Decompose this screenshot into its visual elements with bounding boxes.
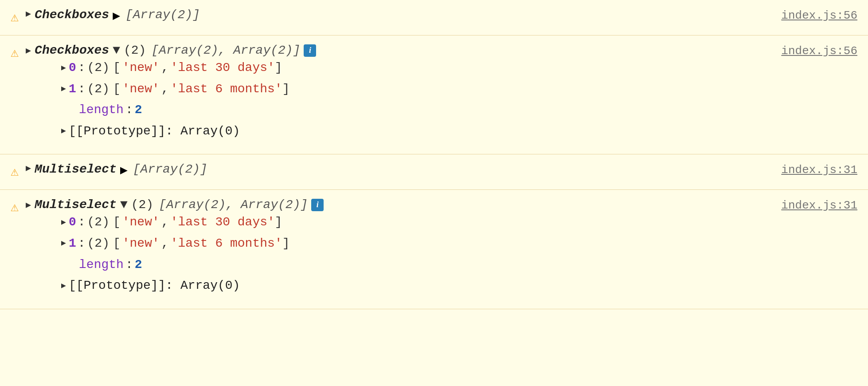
warning-icon-3: ⚠ xyxy=(11,163,19,180)
ms-array-item-1-row: ▶ 1 : (2) [ 'new' , 'last 6 months' ] xyxy=(26,233,763,254)
prototype-arrow-1[interactable]: ▶ xyxy=(61,124,66,138)
prototype-text-2: [[Prototype]]: Array(0) xyxy=(69,275,240,296)
ms-item-1-bracket-open: [ xyxy=(113,233,121,254)
checkboxes-collapsed-row: ⚠ ▶ Checkboxes ▶ [Array(2)] index.js:56 xyxy=(0,0,868,35)
warning-icon-1: ⚠ xyxy=(11,9,19,25)
array-preview-4: [Array(2), Array(2)] xyxy=(159,198,308,212)
count-4: (2) xyxy=(131,198,153,212)
item-1-comma: , xyxy=(161,79,169,100)
item-1-colon: : xyxy=(78,79,86,100)
arrow2-1: ▶ xyxy=(113,8,120,23)
multiselect-label-2: Multiselect xyxy=(35,198,117,212)
multiselect-header-row: ▶ Multiselect ▼ (2) [Array(2), Array(2)]… xyxy=(26,198,763,212)
arrow2-3: ▶ xyxy=(120,162,128,177)
prototype-row-1: ▶ [[Prototype]]: Array(0) xyxy=(26,121,763,142)
item-0-count: (2) xyxy=(87,57,109,79)
length-row-1: length : 2 xyxy=(26,99,763,121)
length-label-1: length xyxy=(79,99,124,121)
checkboxes-expanded-row: ⚠ ▶ Checkboxes ▼ (2) [Array(2), Array(2)… xyxy=(0,35,868,154)
arrow-down-4: ▼ xyxy=(120,198,128,212)
checkboxes-expanded-content: ▶ Checkboxes ▼ (2) [Array(2), Array(2)] … xyxy=(26,43,763,142)
array-item-0-row: ▶ 0 : (2) [ 'new' , 'last 30 days' ] xyxy=(26,57,763,79)
expand-arrow-1[interactable]: ▶ xyxy=(26,8,31,19)
file-link-2[interactable]: index.js:56 xyxy=(781,44,857,58)
array-preview-2: [Array(2), Array(2)] xyxy=(151,43,300,57)
ms-item-0-bracket-open: [ xyxy=(113,212,121,233)
checkboxes-label-2: Checkboxes xyxy=(35,43,109,57)
length-colon-1: : xyxy=(125,99,133,121)
warning-icon-4: ⚠ xyxy=(11,199,19,215)
warning-icon-2: ⚠ xyxy=(11,44,19,61)
ms-item-0-comma: , xyxy=(161,212,169,233)
ms-item-0-val0: 'new' xyxy=(122,212,160,233)
ms-item-1-index: 1 xyxy=(69,233,76,254)
ms-item-1-count: (2) xyxy=(87,233,109,254)
expand-arrow-2[interactable]: ▶ xyxy=(26,45,31,56)
ms-item-1-colon: : xyxy=(78,233,86,254)
multiselect-collapsed-row: ⚠ ▶ Multiselect ▶ [Array(2)] index.js:31 xyxy=(0,154,868,190)
length-label-2: length xyxy=(79,254,124,276)
item-0-comma: , xyxy=(161,57,169,79)
prototype-text-1: [[Prototype]]: Array(0) xyxy=(69,121,240,142)
file-link-4[interactable]: index.js:31 xyxy=(781,199,857,212)
length-value-1: 2 xyxy=(135,99,142,121)
length-value-2: 2 xyxy=(135,254,142,276)
arrow-down-2: ▼ xyxy=(113,43,120,57)
array-preview-1: [Array(2)] xyxy=(125,8,200,22)
item-1-index: 1 xyxy=(69,79,76,100)
ms-item-0-index: 0 xyxy=(69,212,76,233)
checkboxes-collapsed-left: ⚠ ▶ Checkboxes ▶ [Array(2)] xyxy=(11,8,763,25)
multiselect-expanded-content: ▶ Multiselect ▼ (2) [Array(2), Array(2)]… xyxy=(26,198,763,296)
array-item-1-row: ▶ 1 : (2) [ 'new' , 'last 6 months' ] xyxy=(26,79,763,100)
item-1-val1: 'last 6 months' xyxy=(171,79,282,100)
item-0-arrow[interactable]: ▶ xyxy=(61,61,66,75)
file-link-1[interactable]: index.js:56 xyxy=(781,9,857,22)
ms-item-1-bracket-close: ] xyxy=(282,233,290,254)
info-icon-2[interactable]: i xyxy=(311,199,324,211)
item-1-val0: 'new' xyxy=(122,79,160,100)
item-0-val0: 'new' xyxy=(122,57,160,79)
ms-item-0-colon: : xyxy=(78,212,86,233)
ms-array-item-0-row: ▶ 0 : (2) [ 'new' , 'last 30 days' ] xyxy=(26,212,763,233)
ms-item-0-arrow[interactable]: ▶ xyxy=(61,216,66,229)
file-link-3[interactable]: index.js:31 xyxy=(781,163,857,177)
item-0-bracket-close: ] xyxy=(275,57,282,79)
prototype-row-2: ▶ [[Prototype]]: Array(0) xyxy=(26,275,763,296)
item-1-bracket-open: [ xyxy=(113,79,121,100)
ms-item-1-val1: 'last 6 months' xyxy=(171,233,282,254)
length-row-2: length : 2 xyxy=(26,254,763,276)
prototype-arrow-2[interactable]: ▶ xyxy=(61,279,66,293)
checkboxes-header-row: ▶ Checkboxes ▼ (2) [Array(2), Array(2)] … xyxy=(26,43,763,57)
multiselect-label-1: Multiselect xyxy=(35,162,117,176)
array-preview-3: [Array(2)] xyxy=(133,162,207,176)
ms-item-1-val0: 'new' xyxy=(122,233,160,254)
ms-item-0-count: (2) xyxy=(87,212,109,233)
item-1-count: (2) xyxy=(87,79,109,100)
expand-arrow-4[interactable]: ▶ xyxy=(26,199,31,210)
expand-arrow-3[interactable]: ▶ xyxy=(26,162,31,173)
count-2: (2) xyxy=(124,43,146,57)
item-1-arrow[interactable]: ▶ xyxy=(61,82,66,96)
item-1-bracket-close: ] xyxy=(282,79,290,100)
item-0-colon: : xyxy=(78,57,86,79)
item-0-index: 0 xyxy=(69,57,76,79)
ms-item-0-bracket-close: ] xyxy=(275,212,282,233)
multiselect-expanded-left: ⚠ ▶ Multiselect ▼ (2) [Array(2), Array(2… xyxy=(11,198,763,296)
item-0-bracket-open: [ xyxy=(113,57,121,79)
info-icon-1[interactable]: i xyxy=(304,44,316,57)
ms-item-0-val1: 'last 30 days' xyxy=(171,212,275,233)
multiselect-collapsed-left: ⚠ ▶ Multiselect ▶ [Array(2)] xyxy=(11,162,763,180)
multiselect-expanded-row: ⚠ ▶ Multiselect ▼ (2) [Array(2), Array(2… xyxy=(0,190,868,309)
ms-item-1-arrow[interactable]: ▶ xyxy=(61,236,66,250)
ms-item-1-comma: , xyxy=(161,233,169,254)
checkboxes-expanded-left: ⚠ ▶ Checkboxes ▼ (2) [Array(2), Array(2)… xyxy=(11,43,763,142)
length-colon-2: : xyxy=(125,254,133,276)
checkboxes-label-1: Checkboxes xyxy=(35,8,109,22)
item-0-val1: 'last 30 days' xyxy=(171,57,275,79)
